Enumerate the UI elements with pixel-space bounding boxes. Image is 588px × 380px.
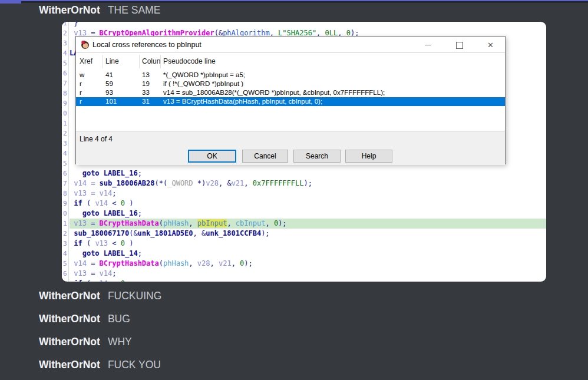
line-number: 3 [63, 138, 69, 148]
line-number: 3 [63, 38, 69, 48]
line-number: 9 [63, 199, 69, 209]
xref-cell: 101 [105, 97, 117, 106]
line-number: 6 [63, 269, 69, 279]
cancel-button[interactable]: Cancel [242, 150, 288, 163]
highlighted-identifier: pbInput [197, 219, 227, 227]
pseudocode-line: v14 = sub_18006AB28(*(_QWORD *)v28, &v21… [70, 179, 546, 189]
xref-cell: 13 [142, 71, 150, 80]
pseudocode-line: goto LABEL_16; [70, 209, 546, 219]
pseudocode-line: v13 = v14; [70, 269, 546, 279]
pseudocode-line: if ( v13 < 0 ) [70, 239, 546, 249]
line-number: 8 [63, 88, 69, 98]
pseudocode-line: if ( v14 < 0 ) [70, 199, 546, 209]
xref-cell: 41 [105, 71, 113, 80]
xref-cell: r [80, 80, 82, 88]
dialog-footer: Line 4 of 4 OK Cancel Search Help [76, 131, 505, 165]
message-author[interactable]: WitherOrNot [39, 4, 100, 16]
line-number: 3 [63, 239, 69, 249]
pseudocode-line: goto LABEL_14; [70, 249, 546, 259]
search-button[interactable]: Search [293, 150, 341, 163]
line-number: 1 [63, 22, 69, 28]
chat-message: WitherOrNotFUCK YOU [39, 359, 161, 380]
ida-mascot-icon [80, 40, 90, 49]
chat-message: WitherOrNotFUCKUING [39, 290, 161, 313]
line-number: 8 [63, 189, 69, 199]
pseudocode-line: if ( v14 < 0 [70, 279, 546, 282]
column-separator[interactable] [139, 55, 140, 68]
xref-row[interactable]: r5919if ( !*(_QWORD *)pbInput ) [76, 80, 505, 88]
xref-cell: r [80, 97, 82, 106]
pseudocode-line: v14 = BCryptHashData(phHash, v28, v21, 0… [70, 259, 546, 269]
line-number: 2 [63, 229, 69, 239]
status-text: Line 4 of 4 [80, 135, 113, 143]
message-author[interactable]: WitherOrNot [39, 290, 100, 302]
minimize-icon[interactable] [424, 40, 433, 49]
line-number: 4 [63, 48, 69, 58]
xref-cell: 19 [142, 80, 150, 88]
chat-message: WitherOrNotBUG [39, 313, 161, 336]
column-header-pseudocode[interactable]: Pseudocode line [163, 57, 216, 65]
xref-cell: 33 [142, 88, 150, 97]
xref-cell: if ( !*(_QWORD *)pbInput ) [163, 80, 243, 88]
message-content: FUCKUING [108, 290, 161, 302]
xref-dialog: Local cross references to pbInput Xref L… [75, 36, 506, 164]
top-divider-accent [0, 1, 21, 4]
line-number: 2 [63, 28, 69, 38]
message-author[interactable]: WitherOrNot [39, 313, 100, 325]
line-number: 5 [63, 259, 69, 269]
help-button[interactable]: Help [345, 150, 392, 163]
line-number-margin: 123456789012345678901234567 [62, 22, 69, 282]
pseudocode-line: v13 = v14; [70, 189, 546, 199]
xref-row[interactable]: w4113*(_QWORD *)pbInput = a5; [76, 71, 505, 80]
xref-cell: v14 = sub_18006AB28(*(_QWORD *)pbInput, … [163, 88, 385, 97]
line-number: 1 [63, 118, 69, 128]
line-number: 0 [63, 108, 69, 118]
dialog-titlebar[interactable]: Local cross references to pbInput [76, 37, 505, 53]
top-divider [0, 0, 588, 3]
column-header-line[interactable]: Line [105, 57, 119, 65]
line-number: 6 [63, 68, 69, 78]
chat-message-list: WitherOrNotFUCKUINGWitherOrNotBUGWitherO… [39, 290, 161, 380]
message-content: THE SAME [108, 4, 160, 16]
close-icon[interactable] [486, 40, 495, 49]
line-number: 9 [63, 98, 69, 108]
message-author[interactable]: WitherOrNot [39, 336, 100, 348]
column-header-column[interactable]: Colun [142, 57, 160, 65]
column-header-xref[interactable]: Xref [80, 57, 93, 65]
message-content: BUG [108, 313, 130, 325]
line-number: 2 [63, 128, 69, 138]
xref-row[interactable]: r10131v13 = BCryptHashData(phHash, pbInp… [76, 97, 505, 106]
xref-row[interactable]: r9333v14 = sub_18006AB28(*(_QWORD *)pbIn… [76, 88, 505, 97]
xref-cell: *(_QWORD *)pbInput = a5; [163, 71, 245, 80]
xref-cell: 31 [142, 97, 150, 106]
message-content: WHY [108, 336, 132, 348]
xref-cell: v13 = BCryptHashData(phHash, pbInput, cb… [163, 97, 322, 106]
line-number: 7 [63, 279, 69, 282]
chat-message: WitherOrNot THE SAME [39, 4, 160, 16]
xref-cell: w [80, 71, 84, 80]
chat-message: WitherOrNotWHY [39, 336, 161, 359]
xref-cell: 93 [105, 88, 113, 97]
message-author[interactable]: WitherOrNot [39, 359, 100, 371]
line-number: 7 [63, 179, 69, 189]
xref-table-header: Xref Line Colun Pseudocode line [76, 54, 505, 70]
line-number: 4 [63, 249, 69, 259]
line-number: 6 [63, 168, 69, 179]
line-number: 0 [63, 209, 69, 219]
maximize-icon[interactable] [454, 40, 464, 49]
message-content: FUCK YOU [108, 359, 161, 371]
line-number: 5 [63, 58, 69, 68]
column-separator[interactable] [160, 55, 161, 68]
line-number: 1 [63, 219, 69, 229]
pseudocode-line: } [70, 22, 546, 28]
column-separator[interactable] [103, 55, 103, 68]
pseudocode-line: v13 = BCryptHashData(phHash, pbInput, cb… [70, 219, 546, 229]
line-number: 7 [63, 78, 69, 88]
pseudocode-line: goto LABEL_16; [70, 168, 546, 179]
ok-button[interactable]: OK [188, 150, 236, 163]
xref-cell: 59 [105, 80, 113, 88]
dialog-title: Local cross references to pbInput [93, 41, 201, 49]
xref-cell: r [80, 88, 82, 97]
pseudocode-line: sub_180067170(&unk_1801AD5E0, &unk_1801C… [70, 229, 546, 239]
line-number: 4 [63, 148, 69, 158]
